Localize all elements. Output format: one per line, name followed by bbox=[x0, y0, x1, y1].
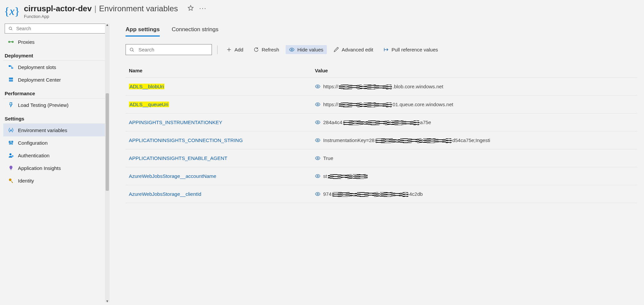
sidebar-item-label: Identity bbox=[18, 178, 34, 184]
setting-value: InstrumentationKey=28d54ca75e;Ingesti bbox=[323, 137, 490, 143]
reveal-value-icon[interactable] bbox=[315, 155, 321, 161]
sidebar-group-settings: Settings bbox=[3, 111, 106, 124]
refresh-label: Refresh bbox=[262, 47, 279, 52]
sidebar-item-deployment-slots[interactable]: Deployment slots bbox=[3, 61, 110, 73]
svg-point-27 bbox=[317, 104, 318, 105]
add-label: Add bbox=[234, 47, 243, 52]
reveal-value-icon[interactable] bbox=[315, 84, 321, 89]
table-row: ADLS__queueUrihttps://01.queue.core.wind… bbox=[126, 96, 637, 114]
column-header-value[interactable]: Value bbox=[315, 68, 634, 73]
setting-name-link[interactable]: APPINSIGHTS_INSTRUMENTATIONKEY bbox=[129, 119, 222, 125]
sidebar-search-input[interactable] bbox=[16, 26, 102, 32]
sidebar-item-deployment-center[interactable]: Deployment Center bbox=[3, 73, 110, 86]
reveal-value-icon[interactable] bbox=[315, 173, 321, 179]
table-row: ADLS__blobUrihttps://.blob.core.windows.… bbox=[126, 78, 637, 96]
tab-app-settings[interactable]: App settings bbox=[126, 24, 160, 36]
depcenter-icon bbox=[8, 77, 14, 83]
scroll-thumb[interactable] bbox=[106, 93, 109, 191]
appinsights-icon bbox=[8, 165, 14, 171]
settings-search[interactable] bbox=[126, 44, 212, 55]
svg-rect-6 bbox=[9, 65, 11, 67]
refresh-button[interactable]: Refresh bbox=[250, 45, 283, 54]
sidebar-item-label: Proxies bbox=[18, 39, 35, 45]
pull-reference-label: Pull reference values bbox=[392, 47, 438, 52]
redacted-value bbox=[332, 192, 409, 197]
resource-type: Function App bbox=[24, 14, 207, 19]
sidebar-item-label: Deployment slots bbox=[18, 64, 56, 70]
svg-point-23 bbox=[291, 49, 293, 50]
slots-icon bbox=[8, 64, 14, 70]
tab-connection-strings[interactable]: Connection strings bbox=[172, 24, 219, 36]
table-row: AzureWebJobsStorage__accountNamest bbox=[126, 167, 637, 185]
svg-rect-7 bbox=[11, 67, 13, 69]
tabs: App settingsConnection strings bbox=[126, 24, 637, 36]
function-app-icon: {x} bbox=[5, 4, 19, 19]
setting-name-link[interactable]: AzureWebJobsStorage__accountName bbox=[129, 173, 216, 179]
sidebar-item-identity[interactable]: Identity bbox=[3, 174, 110, 187]
setting-name-link[interactable]: APPLICATIONINSIGHTS_ENABLE_AGENT bbox=[129, 155, 227, 161]
search-icon bbox=[8, 26, 13, 31]
table-row: AzureWebJobsStorage__clientId9744c2db bbox=[126, 185, 637, 203]
pull-reference-icon bbox=[383, 47, 389, 52]
sidebar-item-label: Environment variables bbox=[18, 127, 67, 133]
setting-value: True bbox=[323, 155, 333, 161]
advanced-edit-label: Advanced edit bbox=[342, 47, 373, 52]
sidebar-item-label: Load Testing (Preview) bbox=[18, 102, 68, 108]
pull-reference-button[interactable]: Pull reference values bbox=[380, 45, 441, 54]
svg-rect-16 bbox=[12, 155, 13, 157]
sidebar-item-authentication[interactable]: Authentication bbox=[3, 149, 110, 162]
setting-name-link[interactable]: AzureWebJobsStorage__clientId bbox=[129, 191, 201, 197]
table-row: APPLICATIONINSIGHTS_ENABLE_AGENTTrue bbox=[126, 149, 637, 167]
hide-values-button[interactable]: Hide values bbox=[286, 45, 326, 54]
svg-point-29 bbox=[317, 139, 318, 141]
settings-search-input[interactable] bbox=[138, 46, 208, 53]
envvars-icon: x bbox=[8, 127, 14, 133]
sidebar-item-configuration[interactable]: Configuration bbox=[3, 136, 110, 149]
svg-marker-0 bbox=[188, 5, 193, 10]
sidebar-item-proxies[interactable]: Proxies bbox=[3, 36, 110, 48]
sidebar-item-environment-variables[interactable]: xEnvironment variables bbox=[3, 124, 110, 136]
redacted-value bbox=[328, 174, 368, 179]
setting-value: st bbox=[323, 173, 368, 179]
sidebar-item-application-insights[interactable]: Application Insights bbox=[3, 162, 110, 174]
setting-value: 9744c2db bbox=[323, 191, 423, 197]
sidebar-item-label: Configuration bbox=[18, 140, 47, 146]
svg-point-14 bbox=[12, 141, 13, 142]
advanced-edit-button[interactable]: Advanced edit bbox=[330, 45, 377, 54]
star-icon[interactable] bbox=[187, 5, 194, 11]
proxies-icon bbox=[8, 39, 14, 45]
sidebar-search[interactable] bbox=[5, 24, 106, 34]
reveal-value-icon[interactable] bbox=[315, 137, 321, 143]
svg-point-28 bbox=[317, 121, 318, 123]
sidebar-item-load-testing-preview-[interactable]: Load Testing (Preview) bbox=[3, 99, 110, 111]
toolbar: Add Refresh Hide values bbox=[126, 44, 637, 55]
setting-value: 284a4c4a75e bbox=[323, 119, 431, 125]
reveal-value-icon[interactable] bbox=[315, 102, 321, 107]
setting-value: https://.blob.core.windows.net bbox=[323, 84, 443, 89]
more-icon[interactable]: ··· bbox=[199, 4, 207, 12]
redacted-value bbox=[375, 138, 452, 143]
setting-name-link[interactable]: ADLS__blobUri bbox=[129, 84, 164, 89]
setting-name-link[interactable]: ADLS__queueUri bbox=[129, 102, 169, 107]
auth-icon bbox=[8, 152, 14, 158]
page-title: Environment variables bbox=[99, 4, 178, 13]
refresh-icon bbox=[253, 47, 259, 52]
svg-rect-17 bbox=[10, 170, 12, 170]
eye-icon bbox=[289, 47, 295, 52]
redacted-value bbox=[343, 120, 419, 125]
column-header-name[interactable]: Name bbox=[129, 68, 315, 73]
toolbar-divider bbox=[217, 45, 218, 54]
title-separator: | bbox=[94, 4, 96, 13]
reveal-value-icon[interactable] bbox=[315, 119, 321, 125]
pencil-icon bbox=[333, 47, 339, 52]
scroll-down-icon[interactable]: ▼ bbox=[105, 299, 110, 303]
setting-name-link[interactable]: APPLICATIONINSIGHTS_CONNECTION_STRING bbox=[129, 137, 243, 143]
reveal-value-icon[interactable] bbox=[315, 191, 321, 197]
sidebar-item-label: Deployment Center bbox=[18, 77, 61, 83]
scroll-up-icon[interactable]: ▲ bbox=[105, 23, 110, 27]
identity-icon bbox=[8, 178, 14, 184]
sidebar-scrollbar[interactable]: ▲ ▼ bbox=[105, 24, 110, 302]
sidebar-item-label: Authentication bbox=[18, 153, 49, 158]
sidebar: ‹‹ ProxiesDeploymentDeployment slotsDepl… bbox=[0, 21, 110, 305]
add-button[interactable]: Add bbox=[223, 45, 247, 54]
